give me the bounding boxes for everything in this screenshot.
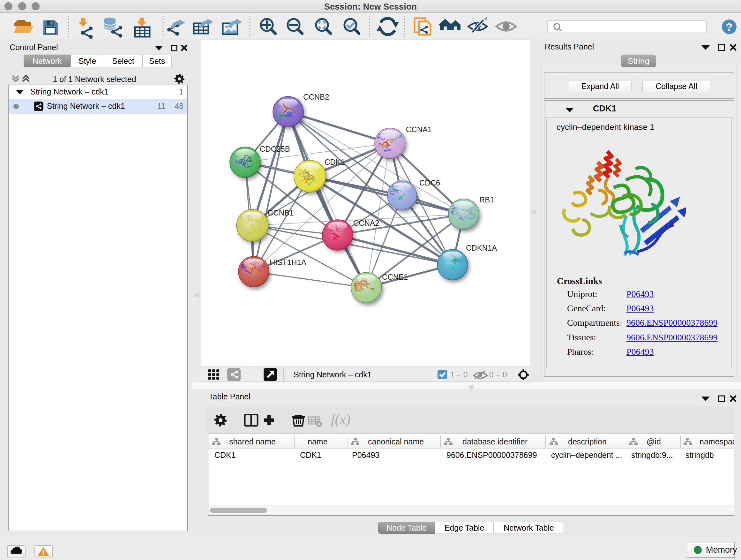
svg-text:CDC25B: CDC25B [260, 145, 290, 153]
svg-text:CCNA1: CCNA1 [406, 125, 432, 134]
svg-text:RB1: RB1 [479, 195, 494, 204]
svg-text:CCNB2: CCNB2 [303, 92, 329, 101]
svg-text:CDKN1A: CDKN1A [466, 244, 497, 252]
svg-text:CCNA2: CCNA2 [353, 219, 379, 227]
svg-text:CCNE1: CCNE1 [382, 273, 408, 281]
svg-text:HIST1H1A: HIST1H1A [270, 258, 307, 266]
svg-text:CCNB1: CCNB1 [268, 208, 293, 217]
svg-text:CDK1: CDK1 [325, 158, 345, 166]
svg-text:CDC6: CDC6 [419, 179, 440, 187]
